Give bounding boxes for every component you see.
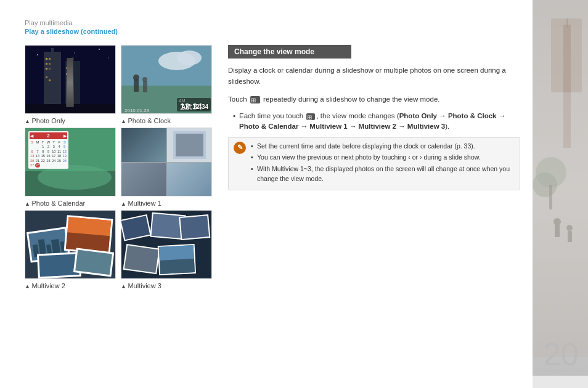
svg-rect-13 (49, 68, 51, 70)
svg-rect-17 (71, 57, 74, 63)
svg-rect-77 (555, 225, 560, 237)
bullet-item-1: Each time you touch , the view mode chan… (233, 111, 520, 132)
left-column: 2010.01.23 AM 12:34 Photo Only Photo & C… (25, 45, 216, 293)
svg-rect-71 (563, 25, 571, 148)
svg-point-26 (177, 51, 202, 65)
multiview2-image (25, 210, 116, 279)
image-row-2: ◀ 2 ▶ SMTWTFS 12345 6789101112 131415161… (25, 127, 216, 196)
svg-rect-22 (25, 104, 116, 114)
svg-rect-7 (51, 48, 54, 54)
right-sidebar: 20 (533, 0, 588, 388)
note-item-2: You can view the previous or next photo … (251, 153, 515, 163)
image-captions-3: Multiview 2 Multiview 3 (25, 281, 216, 290)
svg-rect-6 (44, 52, 61, 110)
note-item-3: With Multiview 1~3, the displayed photos… (251, 164, 515, 184)
svg-rect-63 (180, 216, 209, 239)
main-content: Play multimedia Play a slideshow (contin… (0, 0, 533, 388)
note-box: ✎ Set the current time and date before d… (228, 137, 520, 190)
page-container: Play multimedia Play a slideshow (contin… (0, 0, 588, 388)
svg-rect-40 (176, 134, 203, 156)
svg-rect-15 (49, 79, 51, 81)
image-captions-2: Photo & Calendar Multiview 1 (25, 199, 216, 208)
svg-rect-72 (566, 18, 568, 28)
touch-instruction: Touch repeatedly during a slideshow to c… (228, 94, 520, 105)
bullet-list: Each time you touch , the view mode chan… (233, 111, 520, 132)
svg-rect-27 (134, 79, 139, 92)
svg-rect-16 (65, 61, 80, 110)
svg-point-30 (142, 77, 147, 82)
caption-photo-only: Photo Only (25, 116, 116, 125)
calendar-overlay: ◀ 2 ▶ SMTWTFS 12345 6789101112 131415161… (28, 131, 68, 169)
svg-point-1 (37, 54, 38, 55)
svg-point-5 (108, 57, 109, 59)
caption-multiview1: Multiview 1 (121, 199, 212, 208)
svg-point-28 (133, 75, 139, 81)
svg-rect-8 (46, 58, 47, 60)
svg-rect-79 (568, 231, 572, 242)
svg-rect-56 (75, 250, 112, 275)
mv1-cell3 (121, 163, 166, 196)
right-column: Change the view mode Display a clock or … (228, 45, 520, 293)
note-icon: ✎ (234, 142, 246, 154)
image-row-1: 2010.01.23 AM 12:34 (25, 45, 216, 114)
svg-rect-68 (159, 245, 194, 261)
svg-rect-14 (46, 76, 47, 78)
svg-rect-54 (39, 254, 80, 277)
svg-point-3 (74, 52, 75, 54)
caption-multiview3: Multiview 3 (121, 281, 212, 290)
svg-point-74 (533, 172, 557, 197)
svg-point-4 (99, 49, 100, 50)
breadcrumb-current: Play a slideshow (continued) (25, 28, 118, 35)
svg-rect-75 (549, 185, 552, 209)
svg-rect-12 (46, 68, 47, 70)
svg-rect-19 (70, 67, 71, 69)
image-captions-1: Photo Only Photo & Clock (25, 116, 216, 125)
note-item-1: Set the current time and date before dis… (251, 142, 515, 152)
note-content: Set the current time and date before dis… (251, 142, 515, 186)
image-row-3 (25, 210, 216, 279)
sidebar-background (533, 0, 588, 376)
photo-only-image (25, 45, 116, 114)
svg-point-78 (566, 225, 573, 231)
svg-rect-10 (46, 63, 47, 65)
svg-rect-65 (125, 245, 159, 273)
svg-point-37 (38, 165, 112, 190)
svg-rect-11 (49, 63, 51, 65)
svg-rect-9 (49, 58, 51, 60)
photo-clock-image: 2010.01.23 AM 12:34 (121, 45, 212, 114)
page-number: 20 (543, 336, 579, 373)
svg-rect-29 (143, 81, 147, 92)
svg-rect-20 (66, 73, 68, 75)
svg-text:2010.01.23: 2010.01.23 (125, 108, 150, 113)
multiview1-image (121, 127, 212, 196)
caption-multiview2: Multiview 2 (25, 281, 116, 290)
breadcrumb: Play multimedia Play a slideshow (contin… (25, 18, 520, 36)
caption-photo-clock: Photo & Clock (121, 116, 212, 125)
svg-rect-69 (160, 259, 195, 274)
description: Display a clock or calendar during a sli… (228, 65, 520, 87)
photo-calendar-image: ◀ 2 ▶ SMTWTFS 12345 6789101112 131415161… (25, 127, 116, 196)
svg-rect-0 (25, 46, 116, 114)
breadcrumb-parent: Play multimedia (25, 19, 73, 26)
mv1-cell2 (167, 128, 212, 162)
mv1-cell4 (167, 163, 212, 196)
svg-rect-18 (66, 67, 68, 69)
section-header: Change the view mode (228, 45, 351, 59)
caption-photo-calendar: Photo & Calendar (25, 199, 116, 208)
mv1-cell1 (121, 128, 166, 162)
view-mode-icon (250, 96, 260, 103)
svg-text:12:34: 12:34 (180, 102, 202, 111)
content-columns: 2010.01.23 AM 12:34 Photo Only Photo & C… (25, 45, 520, 293)
view-icon-inline (306, 113, 315, 120)
svg-rect-21 (70, 73, 71, 75)
multiview3-image (121, 210, 212, 279)
svg-point-76 (553, 218, 561, 225)
